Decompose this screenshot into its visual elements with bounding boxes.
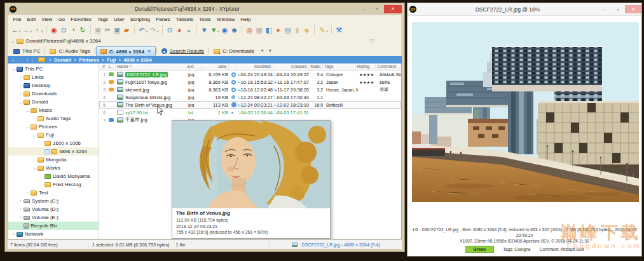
tree-item-daid-moriyama[interactable]: Daidō Moriyama bbox=[8, 172, 99, 180]
redo-icon[interactable]: ↷ bbox=[148, 24, 158, 36]
tree-item-1600-x-1066[interactable]: 1600 x 1066 bbox=[8, 139, 99, 147]
expand-icon[interactable]: › bbox=[25, 191, 31, 195]
maximize-icon[interactable] bbox=[612, 5, 624, 13]
catalog-icon[interactable]: ◒ bbox=[184, 24, 194, 36]
breadcrumb-segment-donald[interactable]: Donald bbox=[54, 57, 71, 63]
minimize-icon[interactable] bbox=[598, 5, 611, 13]
minimize-icon[interactable] bbox=[357, 5, 370, 13]
forward-crumb-icon[interactable]: → bbox=[18, 57, 24, 63]
tab-c-4896-x-3264[interactable]: C: 4896 x 3264✕ bbox=[96, 46, 156, 56]
paste-icon[interactable]: ▣ bbox=[113, 24, 122, 36]
hot-items-icon[interactable]: ● bbox=[273, 24, 283, 36]
tree-item-pictures[interactable]: ⌄Pictures bbox=[8, 123, 99, 131]
column-header-modified[interactable]: Modified bbox=[237, 64, 273, 70]
close-icon[interactable] bbox=[384, 5, 402, 13]
tree-item-fred-herzog[interactable]: Fred Herzog bbox=[8, 180, 99, 189]
breadcrumb-segment-4896-x-3264[interactable]: 4896 x 3264 bbox=[123, 57, 152, 63]
tree-item-mongolia[interactable]: Mongolia bbox=[8, 156, 99, 164]
visual-filter-icon[interactable]: ◉ bbox=[220, 24, 230, 36]
tree-item-volume-e[interactable]: ›Volume (E:) bbox=[8, 213, 99, 222]
cleanup-icon[interactable]: ✎ bbox=[317, 24, 327, 36]
dropdown-arrow-icon[interactable]: ▾ bbox=[326, 29, 328, 33]
column-header-rating[interactable]: Rating bbox=[356, 64, 376, 70]
location-pin-icon[interactable]: ◉ bbox=[50, 24, 59, 36]
column-header-dot[interactable] bbox=[229, 64, 237, 70]
breadcrumb-segment-pictures[interactable]: Pictures bbox=[79, 57, 99, 63]
menu-item-scripting[interactable]: Scripting bbox=[130, 17, 150, 22]
column-header-tags[interactable]: Tags bbox=[323, 64, 356, 70]
tools-icon[interactable]: ⚒ bbox=[334, 24, 344, 36]
expand-icon[interactable]: › bbox=[18, 207, 24, 211]
tab-c-audio-tags[interactable]: C: Audio Tags bbox=[46, 46, 93, 56]
dropdown-arrow-icon[interactable]: ▾ bbox=[146, 29, 148, 33]
menu-item-file[interactable]: File bbox=[13, 17, 22, 22]
column-header-created[interactable]: Created bbox=[273, 64, 310, 70]
filter-icon[interactable]: ▼ bbox=[200, 24, 209, 36]
dropdown-arrow-icon[interactable]: ▾ bbox=[31, 29, 32, 33]
address-dropdown-icon[interactable]: ⌄ bbox=[11, 39, 15, 44]
column-header-l[interactable]: L bbox=[107, 64, 116, 70]
tree-item-test[interactable]: ›Test bbox=[8, 189, 99, 197]
tree-item-fuji[interactable]: ⌄Fuji bbox=[8, 131, 99, 139]
dropdown-arrow-icon[interactable]: ▾ bbox=[41, 29, 43, 33]
collapse-icon[interactable]: ⌄ bbox=[25, 108, 31, 113]
preview-title-bar[interactable]: DSCF2722_LR.jpg @ 16% bbox=[408, 3, 641, 16]
tree-item-volume-d[interactable]: ›Volume (D:) bbox=[8, 205, 99, 213]
tree-item-works[interactable]: ⌄Works bbox=[8, 164, 99, 172]
tree-item-4896-x-3264[interactable]: 4896 x 3264 bbox=[8, 147, 99, 156]
menu-item-favorites[interactable]: Favorites bbox=[71, 17, 92, 22]
tab-list-icon[interactable]: ▾ bbox=[269, 48, 271, 53]
undo-icon[interactable]: ↶ bbox=[137, 24, 147, 36]
menu-item-help[interactable]: Help bbox=[240, 17, 250, 22]
file-row-suspicious-minds-jpg[interactable]: 4Suspicious-Minds.jpgjpg19 KB2018-12-24 … bbox=[99, 93, 401, 101]
preview-pane-icon[interactable]: ▮ bbox=[292, 24, 302, 36]
column-header-name[interactable]: Name ^ bbox=[116, 64, 186, 70]
down-crumb-icon[interactable]: ↓ bbox=[31, 57, 34, 63]
column-header-size[interactable]: Size bbox=[202, 64, 230, 70]
tree-item-desktop[interactable]: ›Desktop bbox=[8, 81, 99, 90]
horizontal-panes-icon[interactable]: ▤ bbox=[283, 24, 292, 36]
back-icon[interactable]: ← bbox=[10, 24, 20, 36]
copy-icon[interactable]: ▣ bbox=[93, 24, 103, 36]
tree-item-recycle-bin[interactable]: Recycle Bin bbox=[8, 222, 99, 230]
address-input[interactable]: Donald\Pictures\Fuji\4896 x 3264 bbox=[26, 38, 371, 44]
find-files-icon[interactable]: ⊙ bbox=[59, 24, 69, 36]
search-icon[interactable]: ⊙ bbox=[165, 24, 175, 36]
expand-icon[interactable]: › bbox=[18, 199, 24, 203]
breadcrumb-segment-fuji[interactable]: Fuji bbox=[107, 57, 116, 63]
ghost-filter-icon[interactable]: ☻ bbox=[230, 24, 239, 36]
tree-item-this-pc[interactable]: ⌄This PC bbox=[8, 65, 99, 73]
quick-filter-icon[interactable]: ▼ bbox=[209, 24, 219, 36]
file-row-dscf2722-lr-jpg[interactable]: 1DSCF2722_LR.jpgjpg6,159 KB2016-04-24 20… bbox=[99, 70, 401, 78]
menu-item-tags[interactable]: Tags bbox=[97, 17, 108, 22]
dropdown-arrow-icon[interactable]: ▾ bbox=[157, 29, 159, 33]
collapse-icon[interactable]: ⌄ bbox=[32, 166, 38, 171]
tab-c-downloads[interactable]: C: Downloads bbox=[210, 46, 258, 56]
collapse-icon[interactable]: ⌄ bbox=[11, 67, 17, 72]
dropdown-arrow-icon[interactable]: ▾ bbox=[19, 29, 21, 33]
collapse-icon[interactable]: ⌄ bbox=[18, 100, 24, 105]
menu-item-panes[interactable]: Panes bbox=[156, 17, 170, 22]
file-row-the-birth-of-venus-jpg[interactable]: 5The Birth of Venus.jpgjpg113 KB2018-12-… bbox=[99, 101, 401, 109]
collapse-icon[interactable]: ⌄ bbox=[32, 133, 38, 138]
title-bar[interactable]: Donald\Pictures\Fuji\4896 x 3264 - XYplo… bbox=[8, 3, 402, 15]
goto-icon[interactable]: ◔ bbox=[69, 24, 78, 36]
hypnotize-icon[interactable]: ◎ bbox=[245, 24, 254, 36]
edit-icon[interactable]: ▰ bbox=[122, 24, 132, 36]
close-icon[interactable] bbox=[625, 5, 641, 13]
up-icon[interactable]: ↑ bbox=[32, 24, 42, 36]
new-tab-button[interactable]: + bbox=[261, 48, 264, 54]
collapse-icon[interactable]: ⌄ bbox=[25, 124, 31, 130]
menu-item-user[interactable]: User bbox=[114, 17, 125, 22]
cut-icon[interactable]: ✂ bbox=[103, 24, 113, 36]
up-crumb-icon[interactable]: ↑ bbox=[26, 57, 29, 63]
tab-search-results[interactable]: Search Results bbox=[158, 46, 208, 56]
address-bar[interactable]: ⌄ Donald\Pictures\Fuji\4896 x 3264 ▽ bbox=[8, 36, 402, 46]
tab-this-pc[interactable]: This PC bbox=[10, 46, 44, 56]
file-row-fujix100ttokyo-jpg[interactable]: 2FujiX100TTokyo.jpgjpg8,369 KB2015-10-16… bbox=[99, 78, 401, 86]
expand-icon[interactable]: › bbox=[18, 215, 24, 220]
close-tab-icon[interactable]: ✕ bbox=[147, 49, 151, 54]
tree-item-links[interactable]: ›Links bbox=[8, 73, 99, 81]
maximize-icon[interactable] bbox=[371, 5, 383, 13]
tree-item-downloads[interactable]: ›Downloads bbox=[8, 90, 99, 98]
